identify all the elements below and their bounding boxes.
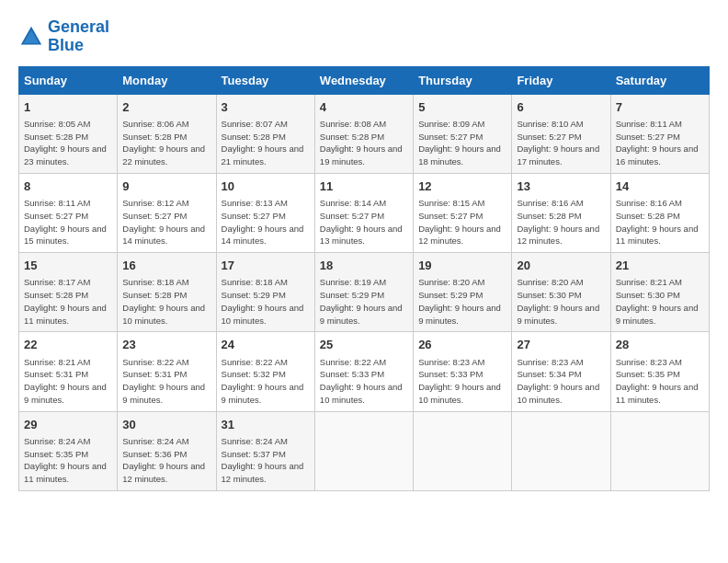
day-number: 29 (24, 417, 112, 433)
calendar-week-row: 8Sunrise: 8:11 AMSunset: 5:27 PMDaylight… (19, 173, 710, 252)
calendar-table: SundayMondayTuesdayWednesdayThursdayFrid… (18, 66, 710, 491)
day-number: 16 (122, 258, 210, 274)
calendar-cell: 31Sunrise: 8:24 AMSunset: 5:37 PMDayligh… (216, 411, 314, 490)
logo-icon (18, 24, 44, 50)
day-number: 27 (517, 337, 605, 353)
day-number: 15 (24, 258, 112, 274)
day-detail: Sunrise: 8:22 AMSunset: 5:33 PMDaylight:… (320, 356, 408, 407)
calendar-cell: 30Sunrise: 8:24 AMSunset: 5:36 PMDayligh… (118, 411, 216, 490)
day-number: 25 (320, 337, 408, 353)
calendar-cell: 24Sunrise: 8:22 AMSunset: 5:32 PMDayligh… (216, 332, 314, 411)
day-detail: Sunrise: 8:21 AMSunset: 5:31 PMDaylight:… (24, 356, 112, 407)
day-detail: Sunrise: 8:24 AMSunset: 5:35 PMDaylight:… (24, 435, 112, 486)
calendar-cell: 16Sunrise: 8:18 AMSunset: 5:28 PMDayligh… (118, 253, 216, 332)
day-header-tuesday: Tuesday (216, 66, 314, 94)
day-number: 6 (517, 99, 605, 116)
calendar-cell: 26Sunrise: 8:23 AMSunset: 5:33 PMDayligh… (414, 332, 512, 411)
day-detail: Sunrise: 8:20 AMSunset: 5:30 PMDaylight:… (517, 276, 605, 327)
calendar-cell: 28Sunrise: 8:23 AMSunset: 5:35 PMDayligh… (610, 332, 709, 411)
calendar-cell: 19Sunrise: 8:20 AMSunset: 5:29 PMDayligh… (414, 253, 512, 332)
day-detail: Sunrise: 8:16 AMSunset: 5:28 PMDaylight:… (616, 197, 704, 247)
calendar-cell: 27Sunrise: 8:23 AMSunset: 5:34 PMDayligh… (512, 332, 610, 411)
day-number: 1 (24, 99, 112, 116)
day-detail: Sunrise: 8:17 AMSunset: 5:28 PMDaylight:… (24, 276, 112, 327)
day-header-monday: Monday (118, 66, 216, 94)
day-detail: Sunrise: 8:14 AMSunset: 5:27 PMDaylight:… (320, 197, 408, 247)
day-number: 19 (418, 258, 506, 274)
day-number: 20 (517, 258, 605, 274)
calendar-cell: 29Sunrise: 8:24 AMSunset: 5:35 PMDayligh… (19, 411, 118, 490)
day-header-saturday: Saturday (610, 66, 709, 94)
day-detail: Sunrise: 8:11 AMSunset: 5:27 PMDaylight:… (616, 118, 704, 168)
calendar-cell: 9Sunrise: 8:12 AMSunset: 5:27 PMDaylight… (118, 173, 216, 252)
calendar-cell: 15Sunrise: 8:17 AMSunset: 5:28 PMDayligh… (19, 253, 118, 332)
calendar-cell (414, 411, 512, 490)
day-detail: Sunrise: 8:16 AMSunset: 5:28 PMDaylight:… (517, 197, 605, 247)
day-detail: Sunrise: 8:10 AMSunset: 5:27 PMDaylight:… (517, 118, 605, 168)
day-header-wednesday: Wednesday (314, 66, 413, 94)
calendar-cell: 12Sunrise: 8:15 AMSunset: 5:27 PMDayligh… (414, 173, 512, 252)
day-number: 31 (222, 417, 310, 433)
day-detail: Sunrise: 8:05 AMSunset: 5:28 PMDaylight:… (24, 118, 112, 168)
day-number: 10 (222, 178, 310, 195)
day-detail: Sunrise: 8:23 AMSunset: 5:34 PMDaylight:… (517, 356, 605, 407)
calendar-week-row: 1Sunrise: 8:05 AMSunset: 5:28 PMDaylight… (19, 94, 710, 173)
calendar-cell: 20Sunrise: 8:20 AMSunset: 5:30 PMDayligh… (512, 253, 610, 332)
day-detail: Sunrise: 8:21 AMSunset: 5:30 PMDaylight:… (616, 276, 704, 327)
day-detail: Sunrise: 8:18 AMSunset: 5:28 PMDaylight:… (122, 276, 210, 327)
calendar-cell: 4Sunrise: 8:08 AMSunset: 5:28 PMDaylight… (314, 94, 413, 173)
calendar-cell: 18Sunrise: 8:19 AMSunset: 5:29 PMDayligh… (314, 253, 413, 332)
day-detail: Sunrise: 8:11 AMSunset: 5:27 PMDaylight:… (24, 197, 112, 247)
logo: General Blue (18, 18, 109, 55)
calendar-cell (512, 411, 610, 490)
day-header-friday: Friday (512, 66, 610, 94)
calendar-cell: 10Sunrise: 8:13 AMSunset: 5:27 PMDayligh… (216, 173, 314, 252)
calendar-cell: 3Sunrise: 8:07 AMSunset: 5:28 PMDaylight… (216, 94, 314, 173)
calendar-cell: 22Sunrise: 8:21 AMSunset: 5:31 PMDayligh… (19, 332, 118, 411)
day-detail: Sunrise: 8:19 AMSunset: 5:29 PMDaylight:… (320, 276, 408, 327)
day-number: 26 (418, 337, 506, 353)
day-detail: Sunrise: 8:09 AMSunset: 5:27 PMDaylight:… (418, 118, 506, 168)
day-detail: Sunrise: 8:22 AMSunset: 5:31 PMDaylight:… (122, 356, 210, 407)
calendar-cell: 2Sunrise: 8:06 AMSunset: 5:28 PMDaylight… (118, 94, 216, 173)
day-number: 4 (320, 99, 408, 116)
day-number: 24 (222, 337, 310, 353)
calendar-header-row: SundayMondayTuesdayWednesdayThursdayFrid… (19, 66, 710, 94)
calendar-cell: 14Sunrise: 8:16 AMSunset: 5:28 PMDayligh… (610, 173, 709, 252)
day-detail: Sunrise: 8:24 AMSunset: 5:36 PMDaylight:… (122, 435, 210, 486)
day-detail: Sunrise: 8:20 AMSunset: 5:29 PMDaylight:… (418, 276, 506, 327)
day-number: 30 (122, 417, 210, 433)
day-header-thursday: Thursday (414, 66, 512, 94)
day-detail: Sunrise: 8:07 AMSunset: 5:28 PMDaylight:… (222, 118, 310, 168)
calendar-cell: 21Sunrise: 8:21 AMSunset: 5:30 PMDayligh… (610, 253, 709, 332)
calendar-cell: 7Sunrise: 8:11 AMSunset: 5:27 PMDaylight… (610, 94, 709, 173)
day-detail: Sunrise: 8:06 AMSunset: 5:28 PMDaylight:… (122, 118, 210, 168)
calendar-cell: 1Sunrise: 8:05 AMSunset: 5:28 PMDaylight… (19, 94, 118, 173)
day-header-sunday: Sunday (19, 66, 118, 94)
calendar-week-row: 15Sunrise: 8:17 AMSunset: 5:28 PMDayligh… (19, 253, 710, 332)
day-detail: Sunrise: 8:13 AMSunset: 5:27 PMDaylight:… (222, 197, 310, 247)
calendar-cell: 23Sunrise: 8:22 AMSunset: 5:31 PMDayligh… (118, 332, 216, 411)
calendar-cell (314, 411, 413, 490)
day-detail: Sunrise: 8:23 AMSunset: 5:35 PMDaylight:… (616, 356, 704, 407)
day-number: 3 (222, 99, 310, 116)
day-detail: Sunrise: 8:23 AMSunset: 5:33 PMDaylight:… (418, 356, 506, 407)
day-detail: Sunrise: 8:22 AMSunset: 5:32 PMDaylight:… (222, 356, 310, 407)
day-detail: Sunrise: 8:18 AMSunset: 5:29 PMDaylight:… (222, 276, 310, 327)
calendar-cell: 5Sunrise: 8:09 AMSunset: 5:27 PMDaylight… (414, 94, 512, 173)
calendar-week-row: 22Sunrise: 8:21 AMSunset: 5:31 PMDayligh… (19, 332, 710, 411)
calendar-cell: 6Sunrise: 8:10 AMSunset: 5:27 PMDaylight… (512, 94, 610, 173)
day-number: 8 (24, 178, 112, 195)
calendar-week-row: 29Sunrise: 8:24 AMSunset: 5:35 PMDayligh… (19, 411, 710, 490)
day-number: 28 (616, 337, 704, 353)
day-detail: Sunrise: 8:15 AMSunset: 5:27 PMDaylight:… (418, 197, 506, 247)
logo-text: General Blue (48, 18, 109, 55)
day-number: 11 (320, 178, 408, 195)
day-number: 14 (616, 178, 704, 195)
day-number: 7 (616, 99, 704, 116)
day-number: 17 (222, 258, 310, 274)
day-number: 18 (320, 258, 408, 274)
calendar-cell: 13Sunrise: 8:16 AMSunset: 5:28 PMDayligh… (512, 173, 610, 252)
day-number: 23 (122, 337, 210, 353)
day-number: 12 (418, 178, 506, 195)
